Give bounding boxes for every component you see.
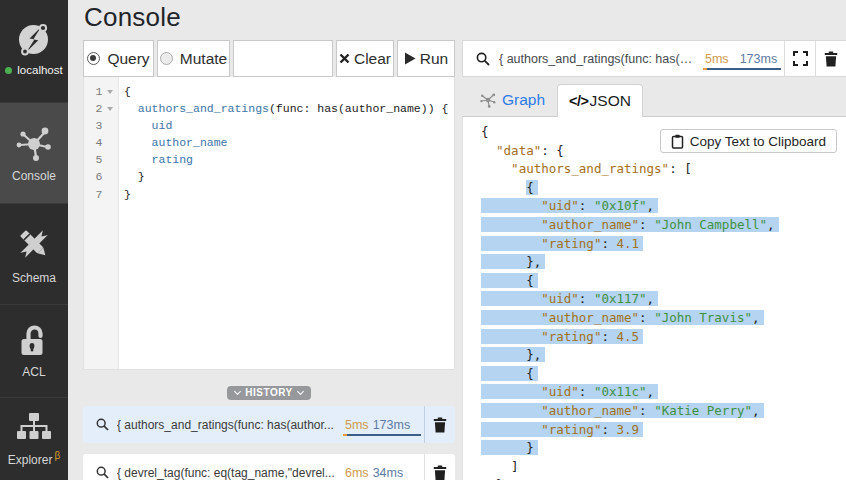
run-icon: [404, 52, 416, 65]
code-line: }: [124, 186, 454, 203]
tab-json-label: JSON: [590, 92, 631, 110]
connection-status[interactable]: localhost: [0, 64, 68, 76]
latency-bar-network: [707, 68, 781, 70]
network-latency: 173ms: [740, 52, 778, 66]
latency-bar-network: [347, 434, 421, 436]
beta-badge: β: [54, 450, 60, 461]
query-mode-label: Query: [107, 50, 149, 68]
gutter-line: 1: [84, 83, 118, 100]
code-line: }: [124, 168, 454, 185]
json-line: }: [481, 439, 846, 458]
current-query-text: { authors_and_ratings(func: has(aut...: [499, 52, 699, 66]
gutter-line: 4: [84, 134, 118, 151]
clipboard-icon: [671, 134, 684, 149]
json-line: },: [481, 476, 846, 480]
chevron-down-icon: [297, 388, 304, 395]
sidebar-item-label: Explorerβ: [8, 450, 60, 467]
editor-code[interactable]: { authors_and_ratings(func: has(author_n…: [120, 77, 454, 369]
fold-arrow-icon[interactable]: [107, 90, 113, 94]
fold-arrow-icon[interactable]: [107, 107, 113, 111]
query-panel: Query Mutate Clear Run 1234567 { authors…: [83, 40, 455, 480]
code-line: rating: [124, 151, 454, 168]
code-line: author_name: [124, 134, 454, 151]
history-entry[interactable]: { authors_and_ratings(func: has(author..…: [83, 406, 455, 443]
dgraph-logo-icon[interactable]: [18, 22, 51, 57]
query-editor[interactable]: 1234567 { authors_and_ratings(func: has(…: [83, 77, 455, 370]
sidebar-item-label: ACL: [22, 365, 45, 379]
server-latency: 6ms: [345, 466, 369, 480]
sidebar-item-console[interactable]: Console: [0, 102, 68, 203]
chevron-down-icon: [234, 388, 241, 395]
sidebar-item-label: Console: [12, 169, 56, 183]
gutter-line: 2: [84, 100, 118, 117]
gutter-line: 5: [84, 151, 118, 168]
clear-icon: [339, 53, 350, 64]
code-line: authors_and_ratings(func: has(author_nam…: [124, 100, 454, 117]
copy-button-label: Copy Text to Clipboard: [690, 134, 826, 149]
server-latency: 5ms: [345, 418, 369, 432]
history-toggle-button[interactable]: HISTORY: [227, 386, 310, 400]
fullscreen-button[interactable]: [785, 41, 815, 76]
search-icon: [476, 52, 490, 66]
trash-icon: [433, 417, 447, 433]
history-entry[interactable]: { devrel_tag(func: eq(tag_name,"devrel..…: [83, 454, 455, 480]
json-output[interactable]: { "data": { "authors_and_ratings": [ { "…: [463, 117, 846, 480]
sidebar-item-label: Schema: [12, 271, 56, 285]
mutate-radio[interactable]: [160, 52, 173, 65]
result-panel: { authors_and_ratings(func: has(aut... 5…: [462, 40, 846, 480]
fullscreen-icon: [793, 51, 808, 66]
toolbar-spacer: [233, 40, 333, 77]
query-mode-tab[interactable]: Query: [83, 40, 154, 77]
unlock-icon: [18, 324, 50, 358]
json-line: "author_name": "Katie Perry",: [481, 402, 846, 421]
latency-bar: [343, 434, 421, 436]
delete-history-button[interactable]: [425, 417, 455, 433]
discard-result-button[interactable]: [816, 41, 846, 76]
json-line: "uid": "0x11c",: [481, 383, 846, 402]
mutate-mode-label: Mutate: [180, 50, 227, 68]
trash-icon: [824, 51, 838, 67]
query-radio[interactable]: [87, 52, 100, 65]
connection-status-dot: [5, 67, 12, 74]
code-line: {: [124, 83, 454, 100]
json-result-view: { "data": { "authors_and_ratings": [ { "…: [462, 117, 846, 480]
sitemap-icon: [15, 411, 53, 443]
latency-bar: [703, 68, 781, 70]
copy-to-clipboard-button[interactable]: Copy Text to Clipboard: [660, 129, 837, 153]
network-latency: 34ms: [373, 466, 404, 480]
json-line: "uid": "0x117",: [481, 290, 846, 309]
sidebar-item-explorer[interactable]: Explorerβ: [0, 397, 68, 480]
run-button-label: Run: [420, 50, 448, 68]
tab-graph[interactable]: Graph: [468, 84, 557, 116]
gutter-line: 7: [84, 186, 118, 203]
ratel-console-app: localhost Console: [0, 0, 846, 480]
result-query-bar: { authors_and_ratings(func: has(aut... 5…: [462, 40, 846, 77]
search-icon: [96, 466, 109, 479]
json-line: },: [481, 346, 846, 365]
result-tabs: Graph </> JSON: [462, 84, 846, 117]
connection-host-label: localhost: [17, 64, 62, 76]
gutter-line: 3: [84, 117, 118, 134]
json-line: "rating": 4.1: [481, 235, 846, 254]
latency-indicator: 5ms 173ms: [343, 418, 421, 432]
json-line: {: [481, 365, 846, 384]
latency-indicator: 5ms 173ms: [703, 52, 781, 66]
tab-json[interactable]: </> JSON: [557, 84, 643, 117]
query-toolbar: Query Mutate Clear Run: [83, 40, 455, 77]
code-icon: </>: [569, 93, 588, 109]
page-title: Console: [84, 0, 181, 35]
delete-history-button[interactable]: [425, 465, 455, 480]
sidebar-item-schema[interactable]: Schema: [0, 203, 68, 304]
history-toggle-label: HISTORY: [245, 387, 292, 398]
clear-button[interactable]: Clear: [336, 40, 394, 77]
history-toggle-row: HISTORY: [83, 386, 455, 400]
sidebar: localhost Console: [0, 0, 68, 480]
run-button[interactable]: Run: [397, 40, 455, 77]
tab-graph-label: Graph: [502, 91, 545, 109]
mutate-mode-tab[interactable]: Mutate: [157, 40, 230, 77]
json-line: {: [481, 272, 846, 291]
tools-icon: [14, 224, 54, 264]
history-query-text: { authors_and_ratings(func: has(author..…: [117, 418, 339, 432]
editor-gutter: 1234567: [84, 77, 119, 369]
sidebar-item-acl[interactable]: ACL: [0, 304, 68, 397]
